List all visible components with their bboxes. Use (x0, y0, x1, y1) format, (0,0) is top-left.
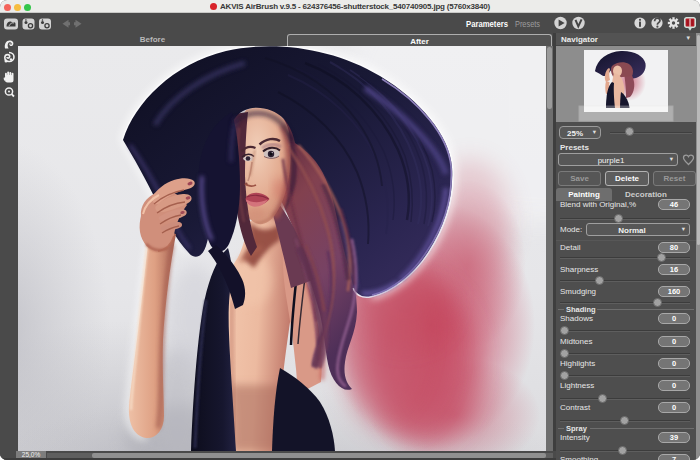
svg-text:Presets: Presets (515, 19, 540, 29)
svg-text:Parameters: Parameters (466, 19, 508, 29)
